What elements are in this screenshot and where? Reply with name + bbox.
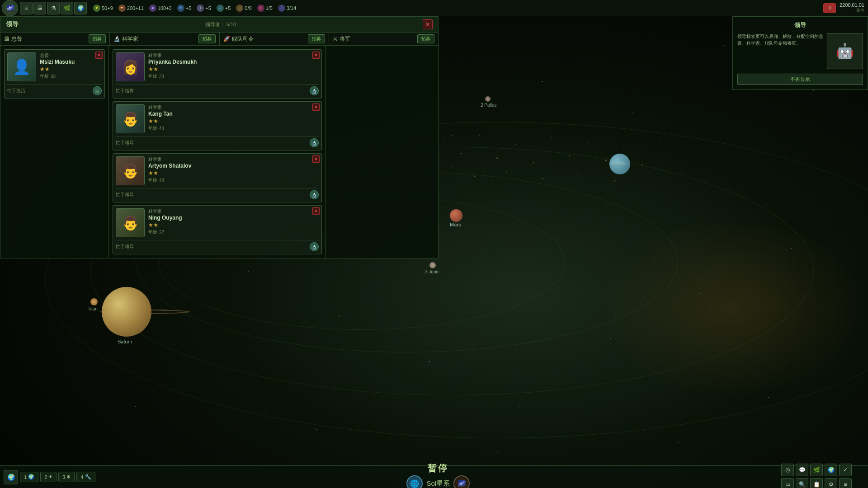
top-icon-5[interactable]: 🌍 — [74, 2, 87, 14]
system-row: 🌐 Sol星系 🌌 — [406, 475, 470, 488]
resource-unity: ● +5 — [194, 4, 214, 13]
scientist-card-0[interactable]: 👩 科学家 Priyanka Desmukh ★★ 年龄 33 ✕ 忙于指挥 🔬 — [113, 49, 322, 99]
svg-point-5 — [515, 144, 516, 145]
panel-close-button[interactable]: ✕ — [423, 19, 433, 29]
system-galaxy-icon[interactable]: 🌌 — [453, 475, 470, 488]
fleet-commander-recruit-button[interactable]: 招募 — [308, 34, 325, 43]
scientist-status-2: 忙于领导 🔬 — [116, 188, 319, 199]
dont-show-button[interactable]: 不再显示 — [737, 74, 863, 85]
general-column — [382, 46, 438, 258]
scientist-name-2: Artyom Shatalov — [148, 163, 319, 169]
system-icon[interactable]: 🌐 — [406, 475, 423, 488]
general-recruit-button[interactable]: 招募 — [417, 34, 434, 43]
tab-num-2: 2 — [44, 474, 47, 480]
governor-status-icon-0: 🏛 — [93, 86, 102, 95]
br-icon-10[interactable]: ≡ — [839, 478, 852, 488]
paused-status: 暂停 — [840, 8, 864, 14]
scientists-column: 👩 科学家 Priyanka Desmukh ★★ 年龄 33 ✕ 忙于指挥 🔬 — [109, 46, 326, 258]
br-icon-5[interactable]: ✓ — [839, 464, 852, 476]
governor-card-inner-0: 👤 总督 Msizi Masuku ★★ 年龄 33 — [7, 52, 102, 81]
alloys-value: 0/0 — [245, 5, 251, 11]
top-icon-3[interactable]: ⚗ — [47, 2, 60, 14]
tab-general[interactable]: ⚔ 将军 招募 — [329, 33, 438, 45]
right-panel-description: 领导标签页可以雇佣、解散，分配空闲的总督、科学家、舰队司令和将军。 — [737, 33, 823, 69]
influence-value: +5 — [186, 5, 192, 11]
tab-icon-3: ❄ — [66, 474, 71, 480]
scientist-dismiss-button-2[interactable]: ✕ — [312, 155, 320, 163]
top-icon-4[interactable]: 🌿 — [61, 2, 73, 14]
scientist-info-1: 科学家 Kang Tan ★★ 年龄 43 — [148, 104, 319, 131]
scientist-portrait-1: 👨 — [116, 104, 145, 133]
svg-point-13 — [660, 139, 660, 140]
svg-point-17 — [542, 178, 543, 179]
fleet-commander-tab-label: 🚀 舰队司令 — [223, 35, 308, 43]
scientist-age-label-2: 年龄 — [148, 177, 157, 183]
svg-point-3 — [479, 135, 480, 136]
tab-fleet-commander[interactable]: 🚀 舰队司令 招募 — [220, 33, 329, 45]
bottom-icon-globe[interactable]: 🌍 — [4, 470, 18, 484]
tab-num-1: 1 — [24, 474, 27, 480]
scientist-age-value-1: 43 — [159, 126, 164, 131]
scientist-card-2[interactable]: 👨 科学家 Artyom Shatalov ★★ 年龄 48 ✕ 忙于领导 🔬 — [113, 153, 322, 202]
scientist-portrait-0: 👩 — [116, 52, 145, 81]
uranus-label: Uranus — [609, 160, 625, 165]
system-name-label: Sol星系 — [426, 479, 450, 488]
bottom-tab-2[interactable]: 2 ✈ — [40, 472, 57, 482]
unity-icon: ● — [197, 5, 204, 12]
governor-dismiss-button-0[interactable]: ✕ — [95, 52, 103, 59]
governor-recruit-button[interactable]: 招募 — [89, 34, 106, 43]
bottom-tab-3[interactable]: 3 ❄ — [58, 472, 75, 482]
scientist-age-value-3: 27 — [159, 230, 164, 235]
scientist-card-1[interactable]: 👨 科学家 Kang Tan ★★ 年龄 43 ✕ 忙于领导 🔬 — [113, 101, 322, 150]
br-icon-6[interactable]: ▭ — [781, 478, 794, 488]
juno-body — [429, 262, 436, 268]
energy-icon: ⚡ — [93, 5, 100, 12]
bottom-tab-1[interactable]: 1 🌍 — [20, 472, 38, 482]
scientist-recruit-button[interactable]: 招募 — [198, 34, 216, 43]
scientist-age-label-3: 年龄 — [148, 229, 157, 235]
br-icon-7[interactable]: 🔍 — [796, 478, 808, 488]
scientist-status-3: 忙于领导 🔬 — [116, 240, 319, 251]
scientist-dismiss-button-1[interactable]: ✕ — [312, 103, 320, 111]
tab-num-3: 3 — [62, 474, 65, 480]
br-icon-2[interactable]: 💬 — [796, 464, 808, 476]
game-logo[interactable]: 🌌 — [2, 0, 18, 16]
br-icon-1[interactable]: ◎ — [781, 464, 794, 476]
resource-stratres: ⬡ 3/14 — [275, 4, 299, 13]
bottom-left-icons: 🌍 1 🌍 2 ✈ 3 ❄ 4 🔧 — [0, 470, 99, 484]
pause-button[interactable]: ⏸ — [823, 3, 836, 13]
svg-point-14 — [452, 167, 453, 168]
scientist-dismiss-button-0[interactable]: ✕ — [312, 52, 320, 59]
svg-point-9 — [587, 142, 588, 143]
right-panel-avatar: 🤖 — [827, 33, 863, 69]
governor-card-0[interactable]: 👤 总督 Msizi Masuku ★★ 年龄 33 ✕ 忙于统治 🏛 — [4, 49, 105, 99]
tab-governor[interactable]: 🏛 总督 招募 — [0, 33, 110, 45]
governor-icon: 🏛 — [4, 36, 9, 42]
scientist-age-2: 年龄 48 — [148, 177, 319, 183]
svg-point-10 — [605, 160, 607, 161]
br-icon-9[interactable]: ⚙ — [825, 478, 837, 488]
scientist-status-text-1: 忙于领导 — [116, 140, 134, 146]
food-icon: ❤ — [118, 5, 126, 12]
leader-panel: 领导 领导者： 5/10 ✕ 🏛 总督 招募 🔬 科学家 招募 🚀 舰队司令 — [0, 16, 439, 258]
scientist-status-text-0: 忙于指挥 — [116, 88, 134, 94]
top-icon-2[interactable]: 🏛 — [33, 2, 46, 14]
mars-body — [450, 209, 462, 222]
pallas-body — [485, 96, 491, 102]
scientist-card-inner-0: 👩 科学家 Priyanka Desmukh ★★ 年龄 33 — [116, 52, 319, 81]
scientist-dismiss-button-3[interactable]: ✕ — [312, 207, 320, 215]
top-icon-1[interactable]: ⚔ — [20, 2, 33, 14]
mars-label: Mars — [450, 222, 461, 227]
scientist-card-3[interactable]: 👨 科学家 Ning Ouyang ★★ 年龄 27 ✕ 忙于领导 🔬 — [113, 205, 322, 254]
scientist-info-2: 科学家 Artyom Shatalov ★★ 年龄 48 — [148, 156, 319, 183]
br-icon-8[interactable]: 📋 — [810, 478, 823, 488]
general-icon: ⚔ — [333, 36, 338, 42]
br-icon-4[interactable]: 🌍 — [825, 464, 837, 476]
br-icon-3[interactable]: 🌿 — [810, 464, 823, 476]
stratres-icon: ⬡ — [278, 5, 285, 12]
scientist-type-0: 科学家 — [148, 52, 319, 59]
bottom-tab-4[interactable]: 4 🔧 — [76, 472, 95, 482]
tab-scientist[interactable]: 🔬 科学家 招募 — [110, 33, 219, 45]
svg-point-19 — [614, 180, 616, 182]
tech-icon: ⚙ — [217, 5, 224, 12]
